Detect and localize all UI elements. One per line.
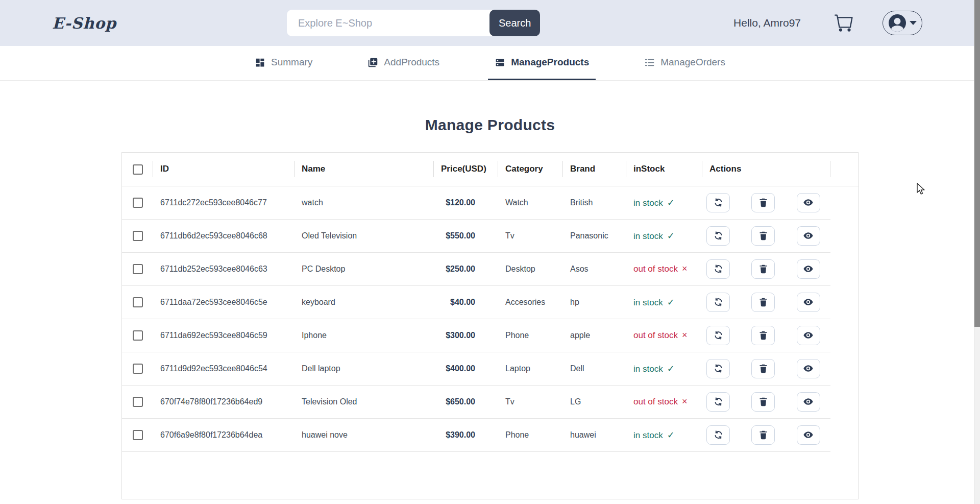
stock-status-icon: ✓	[667, 198, 675, 208]
update-button[interactable]	[706, 359, 730, 378]
refresh-icon	[713, 330, 724, 341]
product-category: Desktop	[498, 252, 563, 285]
table-row: 6711d9d92ec593cee8046c54 Dell laptop $40…	[122, 352, 859, 385]
view-button[interactable]	[797, 425, 820, 445]
view-button[interactable]	[797, 293, 820, 312]
delete-button[interactable]	[751, 293, 775, 312]
user-menu-button[interactable]	[883, 11, 922, 35]
product-category: Tv	[498, 385, 563, 418]
view-button[interactable]	[797, 392, 820, 412]
cart-icon[interactable]	[835, 13, 854, 33]
row-checkbox[interactable]	[133, 231, 143, 241]
scrollbar-thumb[interactable]	[974, 0, 980, 327]
product-table-body: 6711dc272ec593cee8046c77 watch $120.00 W…	[122, 186, 859, 451]
view-button[interactable]	[797, 259, 820, 279]
product-brand: British	[563, 186, 626, 219]
products-table: ID Name Price(USD) Category Brand inStoc…	[121, 152, 859, 499]
trash-icon	[758, 363, 769, 374]
mouse-cursor	[916, 183, 927, 197]
product-brand: apple	[563, 319, 626, 352]
tab-summary[interactable]: Summary	[248, 46, 319, 80]
product-brand: huawei	[563, 418, 626, 451]
product-price: $400.00	[434, 352, 498, 385]
delete-button[interactable]	[751, 193, 775, 212]
row-checkbox[interactable]	[133, 198, 143, 208]
update-button[interactable]	[706, 425, 730, 445]
update-button[interactable]	[706, 326, 730, 345]
delete-button[interactable]	[751, 425, 775, 445]
delete-button[interactable]	[751, 226, 775, 246]
delete-button[interactable]	[751, 392, 775, 412]
tab-addproducts[interactable]: AddProducts	[361, 46, 446, 80]
product-name: PC Desktop	[295, 252, 434, 285]
column-header-brand: Brand	[563, 153, 626, 186]
row-actions	[702, 252, 830, 285]
row-checkbox[interactable]	[133, 397, 143, 407]
row-actions	[702, 352, 830, 385]
eye-icon	[803, 263, 814, 274]
row-checkbox[interactable]	[133, 264, 143, 274]
page-title: Manage Products	[0, 116, 980, 134]
product-price: $550.00	[434, 219, 498, 252]
stock-status-icon: ✓	[667, 297, 675, 307]
trash-icon	[758, 197, 769, 208]
stock-status: out of stock×	[626, 252, 702, 285]
row-checkbox[interactable]	[133, 364, 143, 374]
row-checkbox[interactable]	[133, 430, 143, 440]
product-id: 670f6a9e8f80f17236b64dea	[153, 418, 295, 451]
tab-label: Summary	[271, 57, 312, 68]
update-button[interactable]	[706, 193, 730, 212]
refresh-icon	[713, 396, 724, 407]
select-all-checkbox[interactable]	[133, 164, 143, 175]
table-row: 6711db252ec593cee8046c63 PC Desktop $250…	[122, 252, 859, 285]
tab-label: ManageOrders	[660, 57, 725, 68]
update-button[interactable]	[706, 259, 730, 279]
stock-status: in stock✓	[626, 418, 702, 451]
trash-icon	[758, 330, 769, 341]
view-button[interactable]	[797, 359, 820, 378]
row-actions	[702, 319, 830, 352]
delete-button[interactable]	[751, 259, 775, 279]
view-button[interactable]	[797, 193, 820, 212]
column-header-category: Category	[498, 153, 563, 186]
product-name: Television Oled	[295, 385, 434, 418]
product-brand: hp	[563, 285, 626, 319]
chevron-down-icon	[910, 21, 917, 25]
row-actions	[702, 186, 830, 219]
row-actions	[702, 418, 830, 451]
search-input[interactable]	[287, 10, 494, 36]
update-button[interactable]	[706, 392, 730, 412]
update-button[interactable]	[706, 293, 730, 312]
eye-icon	[803, 330, 814, 341]
row-checkbox[interactable]	[133, 330, 143, 341]
table-header-row: ID Name Price(USD) Category Brand inStoc…	[122, 153, 859, 186]
stock-status: in stock✓	[626, 285, 702, 319]
refresh-icon	[713, 429, 724, 440]
delete-button[interactable]	[751, 359, 775, 378]
stock-status-icon: ×	[682, 263, 688, 274]
view-button[interactable]	[797, 326, 820, 345]
product-category: Tv	[498, 219, 563, 252]
product-id: 6711d9d92ec593cee8046c54	[153, 352, 295, 385]
table-row: 6711da692ec593cee8046c59 Iphone $300.00 …	[122, 319, 859, 352]
user-avatar-icon	[889, 14, 906, 32]
column-header-instock: inStock	[626, 153, 702, 186]
tab-manageorders[interactable]: ManageOrders	[638, 46, 732, 80]
main-nav: Summary AddProducts ManageProducts	[0, 46, 980, 81]
search-button[interactable]: Search	[489, 10, 540, 36]
product-name: Dell laptop	[295, 352, 434, 385]
delete-button[interactable]	[751, 326, 775, 345]
refresh-icon	[713, 263, 724, 274]
view-button[interactable]	[797, 226, 820, 246]
tab-manageproducts[interactable]: ManageProducts	[488, 46, 596, 80]
table-row: 670f6a9e8f80f17236b64dea huawei nove $39…	[122, 418, 859, 451]
add-square-icon	[368, 57, 378, 68]
table-row: 670f74e78f80f17236b64ed9 Television Oled…	[122, 385, 859, 418]
app-logo[interactable]: E-Shop	[52, 14, 116, 32]
eye-icon	[803, 363, 814, 374]
product-category: Laptop	[498, 352, 563, 385]
row-checkbox[interactable]	[133, 297, 143, 307]
scrollbar-track[interactable]	[974, 0, 980, 504]
refresh-icon	[713, 197, 724, 208]
update-button[interactable]	[706, 226, 730, 246]
